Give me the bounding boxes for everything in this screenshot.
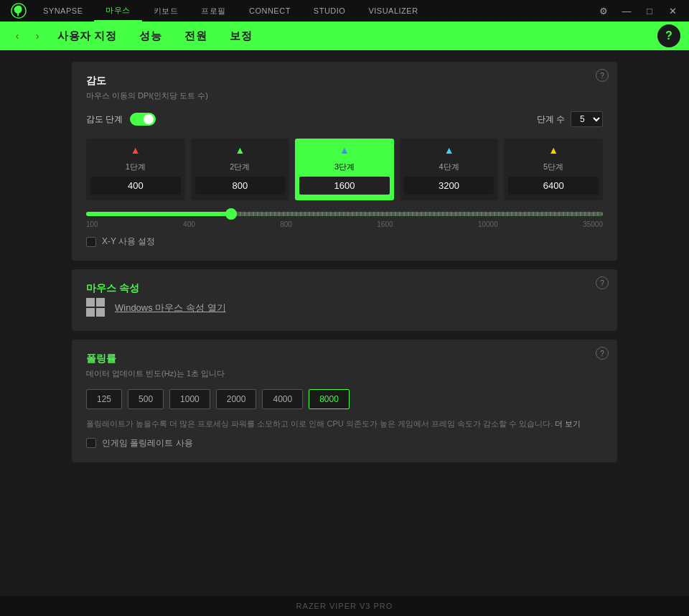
dpi-stage-4[interactable]: ▲ 4단계 [400, 139, 499, 200]
stage-5-name: 5단계 [543, 162, 563, 172]
slider-labels: 100 400 800 1600 10000 35000 [86, 220, 603, 228]
slider-label-400: 400 [183, 220, 195, 228]
slider-fill [86, 212, 231, 216]
tab-visualizer[interactable]: VISUALIZER [357, 0, 429, 22]
bottom-bar: RAZER VIPER V3 PRO [0, 596, 689, 616]
tab-mouse[interactable]: 마우스 [94, 0, 142, 22]
tab-profile[interactable]: 프로필 [189, 0, 238, 22]
polling-note: 폴링레이트가 높을수록 더 많은 프로세싱 파워를 소모하고 이로 인해 CPU… [86, 418, 603, 430]
stage-3-value[interactable] [299, 177, 390, 195]
stage-count-label: 단계 수 [537, 113, 565, 126]
poll-btn-1000[interactable]: 1000 [169, 389, 210, 409]
poll-btn-8000[interactable]: 8000 [309, 389, 350, 409]
toggle-label-row: 감도 단계 [86, 113, 156, 126]
forward-button[interactable]: › [29, 27, 46, 45]
help-button[interactable]: ? [657, 24, 680, 47]
polling-card: ? 폴링률 데이터 업데이트 빈도(Hz)는 1초 입니다 125 500 10… [72, 340, 617, 462]
windows-link[interactable]: Windows 마우스 속성 열기 [115, 302, 226, 314]
nav-arrows: ‹ › [9, 27, 46, 45]
dpi-slider-track [86, 212, 603, 216]
slider-label-100: 100 [86, 220, 98, 228]
polling-buttons: 125 500 1000 2000 4000 8000 [86, 389, 603, 409]
stage-2-name: 2단계 [230, 162, 250, 172]
subnav-performance[interactable]: 성능 [139, 29, 161, 43]
stage-1-value[interactable] [90, 177, 181, 195]
more-link[interactable]: 더 보기 [555, 419, 581, 428]
app-logo [6, 0, 32, 22]
close-button[interactable]: ✕ [662, 0, 683, 22]
back-button[interactable]: ‹ [9, 27, 26, 45]
main-content: ? 감도 마우스 이동의 DPI(인치당 도트 수) 감도 단계 단계 수 5 … [0, 50, 689, 596]
polling-help-icon[interactable]: ? [596, 347, 609, 360]
svg-rect-3 [86, 308, 95, 317]
tab-connect[interactable]: CONNECT [238, 0, 302, 22]
stage-4-indicator: ▲ [444, 144, 454, 156]
settings-button[interactable]: ⚙ [593, 0, 614, 22]
polling-title: 폴링률 [86, 353, 603, 365]
mouse-props-help-icon[interactable]: ? [596, 276, 609, 289]
stage-3-name: 3단계 [334, 162, 355, 172]
mouse-props-card: ? 마우스 속성 Windows 마우스 속성 열기 [72, 269, 617, 331]
ingame-checkbox[interactable] [86, 438, 96, 448]
polling-desc: 데이터 업데이트 빈도(Hz)는 1초 입니다 [86, 368, 603, 379]
xy-label: X-Y 사용 설정 [102, 235, 155, 248]
tab-studio[interactable]: STUDIO [302, 0, 357, 22]
sensitivity-desc: 마우스 이동의 DPI(인치당 도트 수) [86, 90, 603, 101]
sub-nav: ‹ › 사용자 지정 성능 전원 보정 ? [0, 22, 689, 50]
svg-rect-2 [96, 298, 105, 307]
poll-btn-500[interactable]: 500 [128, 389, 164, 409]
xy-checkbox[interactable] [86, 237, 96, 247]
poll-btn-2000[interactable]: 2000 [216, 389, 257, 409]
dpi-stage-2[interactable]: ▲ 2단계 [191, 139, 290, 200]
stage-5-indicator: ▲ [548, 144, 558, 156]
minimize-button[interactable]: — [616, 0, 637, 22]
xy-checkbox-row: X-Y 사용 설정 [86, 235, 603, 248]
svg-rect-1 [86, 298, 95, 307]
slider-label-10000: 10000 [478, 220, 498, 228]
nav-tabs: SYNAPSE 마우스 키보드 프로필 CONNECT STUDIO VISUA… [32, 0, 593, 22]
mouse-props-title: 마우스 속성 [86, 282, 603, 295]
sensitivity-toggle[interactable] [130, 113, 156, 126]
stage-2-indicator: ▲ [235, 144, 245, 156]
window-controls: ⚙ — □ ✕ [593, 0, 683, 22]
poll-btn-4000[interactable]: 4000 [262, 389, 303, 409]
slider-label-1600: 1600 [377, 220, 393, 228]
sensitivity-title: 감도 [86, 75, 603, 88]
dpi-stage-1[interactable]: ▲ 1단계 [86, 139, 185, 200]
subnav-customize[interactable]: 사용자 지정 [57, 29, 116, 43]
device-name: RAZER VIPER V3 PRO [296, 602, 393, 610]
stage-5-value[interactable] [508, 177, 599, 195]
stage-count-row: 단계 수 5 [537, 111, 603, 127]
dpi-stage-3[interactable]: ▲ 3단계 [295, 139, 394, 200]
windows-link-row: Windows 마우스 속성 열기 [86, 298, 603, 318]
slider-remaining [231, 212, 603, 216]
toggle-label: 감도 단계 [86, 113, 123, 126]
dpi-stages: ▲ 1단계 ▲ 2단계 ▲ 3단계 ▲ 4단계 [86, 139, 603, 200]
sensitivity-toggle-row: 감도 단계 단계 수 5 [86, 111, 603, 127]
subnav-calibration[interactable]: 보정 [230, 29, 252, 43]
slider-thumb[interactable] [225, 208, 237, 220]
stage-2-value[interactable] [195, 177, 286, 195]
tab-keyboard[interactable]: 키보드 [142, 0, 190, 22]
tab-synapse[interactable]: SYNAPSE [32, 0, 94, 22]
stage-count-select[interactable]: 5 [571, 111, 603, 127]
title-bar: SYNAPSE 마우스 키보드 프로필 CONNECT STUDIO VISUA… [0, 0, 689, 22]
ingame-checkbox-row: 인게임 폴링레이트 사용 [86, 437, 603, 449]
stage-3-indicator: ▲ [339, 144, 350, 156]
slider-label-800: 800 [280, 220, 292, 228]
subnav-power[interactable]: 전원 [184, 29, 207, 43]
stage-4-name: 4단계 [439, 162, 459, 172]
maximize-button[interactable]: □ [639, 0, 660, 22]
dpi-stage-5[interactable]: ▲ 5단계 [504, 139, 603, 200]
sub-nav-links: 사용자 지정 성능 전원 보정 [57, 29, 657, 43]
ingame-label: 인게임 폴링레이트 사용 [102, 437, 193, 449]
windows-icon [86, 298, 106, 318]
stage-1-indicator: ▲ [131, 144, 141, 156]
stage-1-name: 1단계 [126, 162, 146, 172]
dpi-slider-container: 100 400 800 1600 10000 35000 [86, 212, 603, 228]
stage-4-value[interactable] [404, 177, 495, 195]
sensitivity-card: ? 감도 마우스 이동의 DPI(인치당 도트 수) 감도 단계 단계 수 5 … [72, 62, 617, 261]
sensitivity-help-icon[interactable]: ? [596, 69, 609, 82]
poll-btn-125[interactable]: 125 [86, 389, 122, 409]
svg-rect-4 [96, 308, 105, 317]
